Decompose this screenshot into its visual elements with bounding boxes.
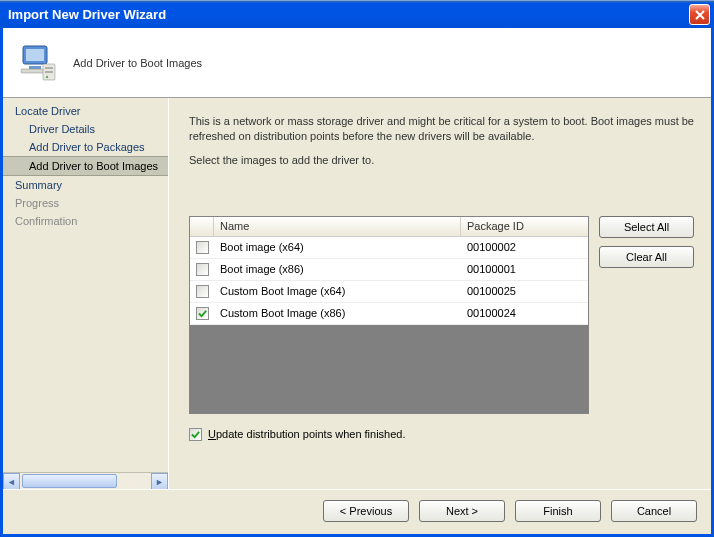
row-package-id: 00100001 [461, 263, 587, 275]
close-icon [695, 10, 705, 20]
sidebar-scrollbar[interactable]: ◄ ► [3, 472, 168, 489]
svg-rect-5 [45, 67, 53, 69]
wizard-main: This is a network or mass storage driver… [168, 98, 711, 489]
svg-point-7 [46, 75, 48, 77]
table-row[interactable]: Custom Boot Image (x86)00100024 [190, 303, 588, 325]
table-row[interactable]: Boot image (x64)00100002 [190, 237, 588, 259]
svg-rect-2 [29, 66, 41, 69]
select-all-button[interactable]: Select All [599, 216, 694, 238]
scroll-thumb[interactable] [22, 474, 117, 488]
subdescription-text: Select the images to add the driver to. [189, 154, 695, 166]
sidebar-item-add-driver-to-boot-images[interactable]: Add Driver to Boot Images [3, 156, 168, 176]
sidebar-item-confirmation[interactable]: Confirmation [3, 212, 168, 230]
row-name: Custom Boot Image (x64) [214, 285, 461, 297]
titlebar[interactable]: Import New Driver Wizard [0, 0, 714, 28]
header-title: Add Driver to Boot Images [73, 57, 202, 69]
next-button[interactable]: Next > [419, 500, 505, 522]
row-name: Boot image (x86) [214, 263, 461, 275]
svg-rect-6 [45, 71, 53, 73]
column-header-name[interactable]: Name [214, 217, 461, 236]
boot-images-grid: Name Package ID Boot image (x64)00100002… [189, 216, 589, 414]
row-name: Boot image (x64) [214, 241, 461, 253]
svg-rect-1 [26, 49, 44, 61]
sidebar-item-add-driver-to-packages[interactable]: Add Driver to Packages [3, 138, 168, 156]
sidebar-item-locate-driver[interactable]: Locate Driver [3, 102, 168, 120]
cancel-button[interactable]: Cancel [611, 500, 697, 522]
scroll-left-button[interactable]: ◄ [3, 473, 20, 490]
update-distribution-label[interactable]: Update distribution points when finished… [208, 428, 406, 440]
column-header-check[interactable] [190, 217, 214, 236]
table-row[interactable]: Boot image (x86)00100001 [190, 259, 588, 281]
computer-icon [17, 42, 59, 84]
table-row[interactable]: Custom Boot Image (x64)00100025 [190, 281, 588, 303]
row-package-id: 00100025 [461, 285, 587, 297]
scroll-right-button[interactable]: ► [151, 473, 168, 490]
row-checkbox[interactable] [196, 307, 209, 320]
row-checkbox[interactable] [196, 241, 209, 254]
close-button[interactable] [689, 4, 710, 25]
column-header-package-id[interactable]: Package ID [461, 217, 587, 236]
sidebar-item-progress[interactable]: Progress [3, 194, 168, 212]
row-checkbox[interactable] [196, 263, 209, 276]
update-distribution-checkbox[interactable] [189, 428, 202, 441]
row-name: Custom Boot Image (x86) [214, 307, 461, 319]
wizard-footer: < Previous Next > Finish Cancel [3, 489, 711, 534]
row-package-id: 00100024 [461, 307, 587, 319]
wizard-sidebar: Locate DriverDriver DetailsAdd Driver to… [3, 98, 168, 489]
wizard-header: Add Driver to Boot Images [3, 28, 711, 98]
sidebar-item-summary[interactable]: Summary [3, 176, 168, 194]
row-checkbox[interactable] [196, 285, 209, 298]
clear-all-button[interactable]: Clear All [599, 246, 694, 268]
row-package-id: 00100002 [461, 241, 587, 253]
sidebar-item-driver-details[interactable]: Driver Details [3, 120, 168, 138]
previous-button[interactable]: < Previous [323, 500, 409, 522]
finish-button[interactable]: Finish [515, 500, 601, 522]
window-title: Import New Driver Wizard [8, 7, 689, 22]
scroll-track[interactable] [20, 473, 151, 489]
grid-header: Name Package ID [190, 217, 588, 237]
description-text: This is a network or mass storage driver… [189, 114, 695, 144]
